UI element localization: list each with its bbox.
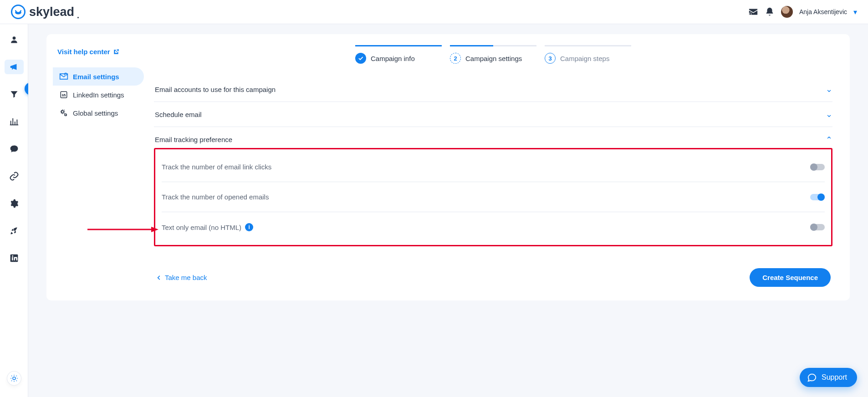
toggle-text-only-email[interactable]: [810, 224, 825, 230]
nav-settings-icon[interactable]: [5, 196, 24, 211]
gears-icon: [59, 108, 68, 117]
settings-card: Visit help center @ Email settings Linke…: [46, 34, 850, 300]
step-number: 3: [545, 53, 556, 64]
step-campaign-steps[interactable]: 3 Campaign steps: [545, 45, 631, 64]
group-toggle[interactable]: Schedule email ⌄: [154, 102, 832, 127]
nav-contacts-icon[interactable]: [5, 32, 24, 47]
step-campaign-info[interactable]: Campaign info: [355, 45, 442, 64]
mail-at-icon: @: [59, 72, 68, 81]
take-me-back-link[interactable]: Take me back: [156, 274, 207, 281]
option-label: Text only email (no HTML): [162, 224, 241, 231]
option-text-only-email: Text only email (no HTML) i: [162, 212, 825, 242]
group-title: Schedule email: [155, 111, 202, 118]
nav-chat-icon[interactable]: [5, 142, 24, 156]
chevron-down-icon: ⌄: [826, 84, 832, 94]
group-title: Email tracking preference: [155, 136, 232, 143]
group-email-tracking: Email tracking preference ⌄ Track the nu…: [154, 127, 832, 246]
rail-nav: [0, 24, 28, 397]
bell-icon[interactable]: [765, 7, 775, 17]
settings-main: Campaign info 2 Campaign settings 3: [154, 45, 832, 287]
sidenav-label: Global settings: [73, 109, 118, 117]
external-link-icon: [113, 49, 119, 55]
svg-point-1: [750, 13, 751, 15]
nav-rocket-icon[interactable]: [5, 224, 24, 238]
back-label: Take me back: [165, 274, 207, 281]
theme-toggle-icon[interactable]: [7, 372, 21, 385]
option-track-link-clicks: Track the number of email link clicks: [162, 152, 825, 182]
step-label: Campaign settings: [465, 55, 522, 62]
card-footer: Take me back Create Sequence: [154, 268, 832, 287]
nav-filter-icon[interactable]: [5, 87, 24, 102]
user-avatar[interactable]: [781, 6, 793, 18]
svg-point-8: [61, 111, 64, 113]
svg-point-2: [12, 36, 15, 40]
chevron-down-icon: ⌄: [826, 109, 832, 119]
nav-analytics-icon[interactable]: [5, 114, 24, 129]
support-label: Support: [822, 373, 847, 382]
group-title: Email accounts to use for this campaign: [155, 86, 276, 93]
svg-text:@: @: [65, 73, 67, 76]
group-email-accounts: Email accounts to use for this campaign …: [154, 76, 832, 102]
chat-bubble-icon: [807, 372, 817, 382]
help-center-link[interactable]: Visit help center: [57, 48, 144, 56]
linkedin-box-icon: [59, 90, 68, 99]
option-track-opened-emails: Track the number of opened emails: [162, 182, 825, 212]
option-label: Track the number of email link clicks: [162, 163, 271, 171]
campaign-stepper: Campaign info 2 Campaign settings 3: [355, 45, 631, 64]
svg-point-4: [13, 377, 15, 380]
sidenav-email-settings[interactable]: @ Email settings: [53, 67, 144, 86]
caret-down-icon[interactable]: ▾: [853, 8, 857, 16]
step-label: Campaign info: [371, 55, 415, 62]
brand-name: skylead: [29, 5, 74, 19]
workspace: Visit help center @ Email settings Linke…: [28, 24, 868, 397]
chevron-left-icon: [156, 275, 162, 281]
app-header: skylead. Anja Aksentijevic ▾: [0, 0, 868, 24]
messages-icon[interactable]: [748, 7, 758, 17]
group-toggle[interactable]: Email accounts to use for this campaign …: [154, 77, 832, 102]
step-label: Campaign steps: [560, 55, 609, 62]
toggle-track-opened-emails[interactable]: [810, 194, 825, 200]
svg-point-9: [65, 114, 66, 116]
support-button[interactable]: Support: [800, 368, 857, 387]
chevron-down-icon: ⌄: [826, 134, 832, 144]
sidenav-global-settings[interactable]: Global settings: [53, 104, 144, 122]
info-icon[interactable]: i: [245, 223, 253, 231]
check-icon: [355, 53, 366, 64]
settings-sidecol: Visit help center @ Email settings Linke…: [53, 45, 144, 287]
group-schedule-email: Schedule email ⌄: [154, 102, 832, 127]
create-sequence-button[interactable]: Create Sequence: [750, 268, 831, 287]
help-center-label: Visit help center: [57, 48, 110, 56]
nav-links-icon[interactable]: [5, 169, 24, 183]
step-campaign-settings[interactable]: 2 Campaign settings: [450, 45, 536, 64]
sidenav-linkedin-settings[interactable]: LinkedIn settings: [53, 86, 144, 104]
user-name[interactable]: Anja Aksentijevic: [799, 8, 847, 15]
brand-logo[interactable]: skylead.: [11, 5, 79, 19]
brand-dot: .: [77, 11, 79, 20]
tracking-highlight-box: Track the number of email link clicks Tr…: [154, 148, 832, 246]
sidenav-label: Email settings: [73, 73, 119, 81]
step-number: 2: [450, 53, 461, 64]
sidenav-label: LinkedIn settings: [73, 91, 124, 99]
nav-campaigns-icon[interactable]: [5, 60, 24, 74]
logo-mark-icon: [11, 5, 26, 19]
option-label: Track the number of opened emails: [162, 193, 269, 201]
nav-linkedin-icon[interactable]: [5, 251, 24, 265]
toggle-track-link-clicks[interactable]: [810, 164, 825, 170]
header-actions: Anja Aksentijevic ▾: [748, 6, 857, 18]
